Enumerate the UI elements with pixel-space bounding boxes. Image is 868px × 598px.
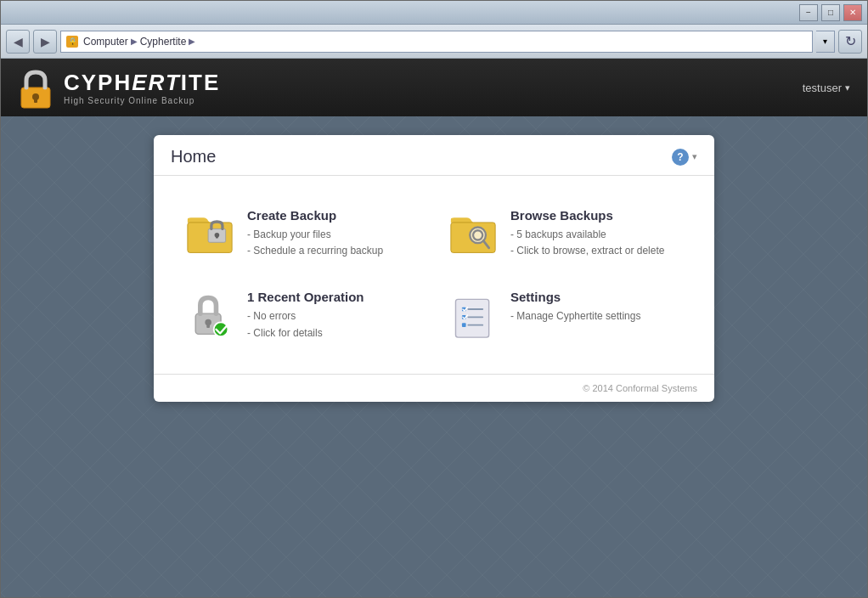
svg-rect-22 xyxy=(462,324,466,328)
help-dropdown-arrow: ▾ xyxy=(692,151,697,162)
window-frame: − □ ✕ ◀ ▶ 🔒 Computer ▶ Cyphertite ▶ ▾ ↻ xyxy=(0,0,868,598)
breadcrumb-arrow-1: ▶ xyxy=(131,37,138,46)
logo-lock-icon xyxy=(18,69,54,106)
minimize-button[interactable]: − xyxy=(799,4,818,21)
app-header: CYPHeRTiTe High Security Online Backup t… xyxy=(1,59,867,116)
help-icon: ? xyxy=(672,149,689,166)
breadcrumb: Computer ▶ Cyphertite ▶ xyxy=(83,36,195,48)
settings-icon xyxy=(448,290,499,341)
back-button[interactable]: ◀ xyxy=(6,30,30,54)
panel-footer: © 2014 Conformal Systems xyxy=(154,374,714,402)
create-backup-tile[interactable]: Create Backup - Backup your files - Sche… xyxy=(171,193,434,274)
refresh-button[interactable]: ↻ xyxy=(838,30,862,54)
settings-tile[interactable]: Settings - Manage Cyphertite settings xyxy=(434,274,697,356)
app-content: CYPHeRTiTe High Security Online Backup t… xyxy=(1,59,867,597)
panel-body: Create Backup - Backup your files - Sche… xyxy=(154,176,714,374)
title-bar-buttons: − □ ✕ xyxy=(799,4,862,21)
settings-text: Settings - Manage Cyphertite settings xyxy=(510,290,640,324)
settings-title: Settings xyxy=(510,290,640,304)
settings-lines: - Manage Cyphertite settings xyxy=(510,308,640,324)
svg-rect-15 xyxy=(206,323,210,329)
help-button[interactable]: ? ▾ xyxy=(672,149,697,166)
recent-operation-icon xyxy=(184,290,235,341)
address-input[interactable]: 🔒 Computer ▶ Cyphertite ▶ xyxy=(60,31,813,53)
logo-name: CYPHeRTiTe xyxy=(64,70,220,96)
title-bar: − □ ✕ xyxy=(1,1,867,25)
browse-backups-tile[interactable]: Browse Backups - 5 backups available - C… xyxy=(434,193,697,274)
svg-rect-7 xyxy=(216,235,218,239)
copyright-text: © 2014 Conformal Systems xyxy=(583,383,697,393)
address-dropdown[interactable]: ▾ xyxy=(816,31,835,53)
create-backup-title: Create Backup xyxy=(247,208,383,223)
recent-operation-tile[interactable]: 1 Recent Operation - No errors - Click f… xyxy=(171,274,434,356)
breadcrumb-computer: Computer xyxy=(83,36,128,48)
create-backup-text: Create Backup - Backup your files - Sche… xyxy=(247,208,383,259)
breadcrumb-arrow-2: ▶ xyxy=(189,37,195,46)
logo-area: CYPHeRTiTe High Security Online Backup xyxy=(18,69,220,106)
recent-operation-title: 1 Recent Operation xyxy=(247,290,364,304)
address-bar: ◀ ▶ 🔒 Computer ▶ Cyphertite ▶ ▾ ↻ xyxy=(1,25,867,59)
panel-header: Home ? ▾ xyxy=(154,135,714,176)
svg-rect-2 xyxy=(34,97,37,103)
create-backup-icon xyxy=(184,208,235,259)
recent-operation-lines: - No errors - Click for details xyxy=(247,308,364,341)
browse-backups-lines: - 5 backups available - Click to browse,… xyxy=(510,227,664,259)
forward-button[interactable]: ▶ xyxy=(33,30,57,54)
svg-rect-17 xyxy=(455,300,488,338)
panel-title: Home xyxy=(171,147,216,166)
browse-backups-icon xyxy=(448,208,499,259)
recent-operation-text: 1 Recent Operation - No errors - Click f… xyxy=(247,290,364,341)
user-menu[interactable]: testuser xyxy=(803,82,850,94)
logo-text: CYPHeRTiTe High Security Online Backup xyxy=(64,70,220,105)
logo-subtitle: High Security Online Backup xyxy=(64,96,220,105)
browse-backups-text: Browse Backups - 5 backups available - C… xyxy=(510,208,664,259)
browse-backups-title: Browse Backups xyxy=(510,208,664,223)
breadcrumb-cyphertite: Cyphertite xyxy=(140,36,187,48)
main-panel: Home ? ▾ xyxy=(154,135,714,402)
maximize-button[interactable]: □ xyxy=(821,4,840,21)
create-backup-lines: - Backup your files - Schedule a recurri… xyxy=(247,227,383,259)
close-button[interactable]: ✕ xyxy=(843,4,862,21)
